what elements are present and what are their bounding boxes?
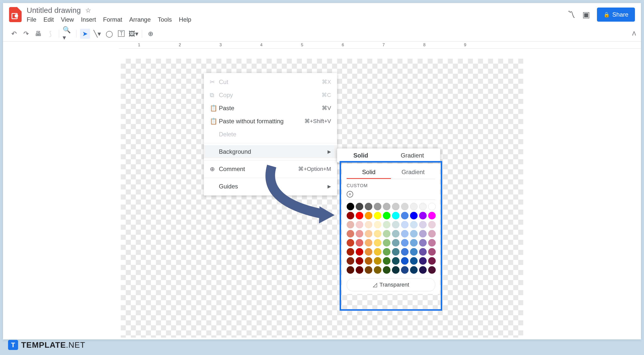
color-swatch[interactable] bbox=[356, 221, 363, 228]
color-swatch[interactable] bbox=[347, 239, 354, 247]
color-swatch[interactable] bbox=[392, 230, 399, 238]
color-swatch[interactable] bbox=[383, 212, 390, 219]
color-swatch[interactable] bbox=[392, 257, 399, 265]
line-tool[interactable]: ╲▾ bbox=[92, 29, 102, 39]
comments-icon[interactable]: ▣ bbox=[582, 10, 590, 19]
color-swatch[interactable] bbox=[374, 212, 381, 219]
color-swatch[interactable] bbox=[365, 257, 372, 265]
activity-icon[interactable]: 〽 bbox=[567, 10, 575, 19]
color-swatch[interactable] bbox=[347, 212, 354, 219]
color-swatch[interactable] bbox=[374, 266, 381, 274]
color-swatch[interactable] bbox=[428, 230, 436, 238]
color-swatch[interactable] bbox=[428, 248, 436, 256]
color-swatch[interactable] bbox=[401, 248, 409, 256]
color-swatch[interactable] bbox=[365, 212, 372, 219]
menu-arrange[interactable]: Arrange bbox=[129, 16, 151, 23]
textbox-tool[interactable]: 🅃 bbox=[116, 29, 126, 39]
color-swatch[interactable] bbox=[383, 266, 390, 274]
tab-gradient[interactable]: Gradient bbox=[391, 166, 435, 179]
menu-help[interactable]: Help bbox=[179, 16, 191, 23]
color-swatch[interactable] bbox=[383, 221, 390, 228]
color-swatch[interactable] bbox=[383, 248, 390, 256]
color-swatch[interactable] bbox=[392, 248, 399, 256]
color-swatch[interactable] bbox=[428, 239, 436, 247]
color-swatch[interactable] bbox=[356, 230, 363, 238]
color-swatch[interactable] bbox=[347, 203, 354, 210]
color-swatch[interactable] bbox=[410, 257, 418, 265]
color-swatch[interactable] bbox=[347, 257, 354, 265]
color-swatch[interactable] bbox=[428, 266, 436, 274]
menu-view[interactable]: View bbox=[61, 16, 74, 23]
color-swatch[interactable] bbox=[410, 221, 418, 228]
color-swatch[interactable] bbox=[383, 230, 390, 238]
tab-solid[interactable]: Solid bbox=[347, 166, 391, 179]
color-swatch[interactable] bbox=[401, 212, 409, 219]
image-tool[interactable]: 🖼▾ bbox=[128, 29, 138, 39]
transparent-button[interactable]: ◿ Transparent bbox=[347, 278, 435, 291]
color-swatch[interactable] bbox=[410, 230, 418, 238]
share-button[interactable]: 🔒 Share bbox=[597, 8, 635, 22]
color-swatch[interactable] bbox=[374, 248, 381, 256]
color-swatch[interactable] bbox=[419, 239, 427, 247]
color-swatch[interactable] bbox=[428, 221, 436, 228]
color-swatch[interactable] bbox=[365, 203, 372, 210]
color-swatch[interactable] bbox=[365, 230, 372, 238]
color-swatch[interactable] bbox=[347, 248, 354, 256]
color-swatch[interactable] bbox=[392, 266, 399, 274]
redo-button[interactable]: ↷ bbox=[21, 29, 31, 39]
color-swatch[interactable] bbox=[392, 239, 399, 247]
color-swatch[interactable] bbox=[356, 239, 363, 247]
menu-insert[interactable]: Insert bbox=[81, 16, 96, 23]
outer-tab-solid[interactable]: Solid bbox=[353, 152, 368, 159]
print-button[interactable]: 🖶 bbox=[33, 29, 43, 39]
color-swatch[interactable] bbox=[401, 257, 409, 265]
outer-tab-gradient[interactable]: Gradient bbox=[401, 152, 424, 159]
context-guides[interactable]: Guides ▶ bbox=[204, 180, 337, 193]
color-swatch[interactable] bbox=[383, 239, 390, 247]
menu-edit[interactable]: Edit bbox=[44, 16, 54, 23]
paint-format-button[interactable]: ⟆ bbox=[45, 29, 55, 39]
shape-tool[interactable]: ◯ bbox=[104, 29, 114, 39]
color-swatch[interactable] bbox=[410, 203, 418, 210]
context-paste[interactable]: 📋 Paste ⌘V bbox=[204, 102, 337, 115]
color-swatch[interactable] bbox=[365, 266, 372, 274]
color-swatch[interactable] bbox=[356, 248, 363, 256]
color-swatch[interactable] bbox=[401, 230, 409, 238]
color-swatch[interactable] bbox=[374, 203, 381, 210]
color-swatch[interactable] bbox=[419, 248, 427, 256]
color-swatch[interactable] bbox=[419, 230, 427, 238]
color-swatch[interactable] bbox=[365, 248, 372, 256]
color-swatch[interactable] bbox=[410, 239, 418, 247]
color-swatch[interactable] bbox=[401, 239, 409, 247]
menu-file[interactable]: File bbox=[27, 16, 36, 23]
color-swatch[interactable] bbox=[383, 203, 390, 210]
star-icon[interactable]: ☆ bbox=[85, 7, 91, 14]
context-paste-without-formatting[interactable]: 📋 Paste without formatting ⌘+Shift+V bbox=[204, 115, 337, 128]
color-swatch[interactable] bbox=[419, 212, 427, 219]
select-tool[interactable]: ➤ bbox=[80, 29, 90, 39]
color-swatch[interactable] bbox=[401, 203, 409, 210]
color-swatch[interactable] bbox=[392, 203, 399, 210]
color-swatch[interactable] bbox=[347, 221, 354, 228]
zoom-button[interactable]: 🔍▾ bbox=[63, 29, 73, 39]
color-swatch[interactable] bbox=[419, 266, 427, 274]
color-swatch[interactable] bbox=[356, 203, 363, 210]
color-swatch[interactable] bbox=[347, 266, 354, 274]
color-swatch[interactable] bbox=[356, 212, 363, 219]
document-title[interactable]: Untitled drawing bbox=[27, 6, 81, 15]
color-swatch[interactable] bbox=[374, 221, 381, 228]
color-swatch[interactable] bbox=[410, 266, 418, 274]
color-swatch[interactable] bbox=[419, 203, 427, 210]
context-background[interactable]: Background ▶ bbox=[204, 145, 337, 158]
color-swatch[interactable] bbox=[374, 257, 381, 265]
color-swatch[interactable] bbox=[419, 221, 427, 228]
color-swatch[interactable] bbox=[419, 257, 427, 265]
color-swatch[interactable] bbox=[428, 212, 436, 219]
color-swatch[interactable] bbox=[383, 257, 390, 265]
color-swatch[interactable] bbox=[392, 212, 399, 219]
color-swatch[interactable] bbox=[401, 221, 409, 228]
color-swatch[interactable] bbox=[428, 257, 436, 265]
color-swatch[interactable] bbox=[356, 266, 363, 274]
insert-comment-button[interactable]: ⊕ bbox=[146, 29, 156, 39]
color-swatch[interactable] bbox=[410, 248, 418, 256]
